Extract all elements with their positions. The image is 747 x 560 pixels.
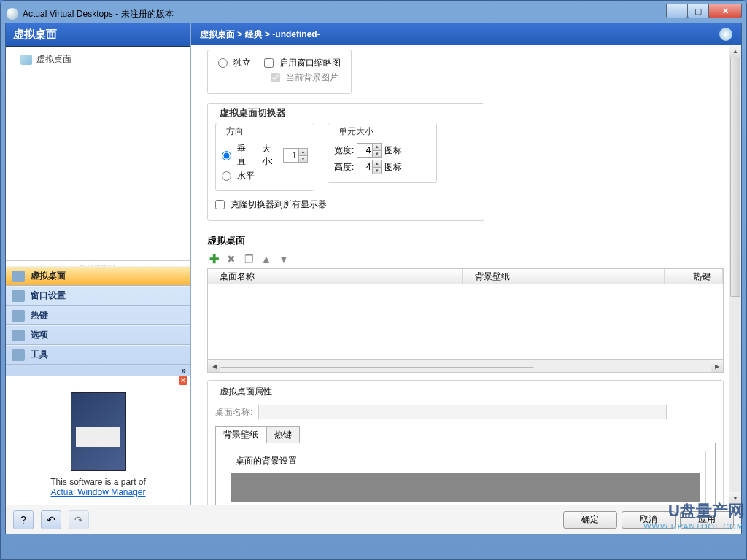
app-icon — [7, 8, 18, 20]
window-title: Actual Virtual Desktops - 未注册的版本 — [23, 8, 174, 20]
desktop-icon — [20, 55, 32, 65]
nav-item-hotkeys[interactable]: 热键 — [6, 306, 190, 325]
chk-enable-thumb[interactable] — [264, 58, 274, 68]
close-button[interactable]: ✕ — [708, 4, 742, 18]
tools-icon — [12, 349, 25, 361]
promo-text: This software is a part of — [6, 477, 190, 487]
bg-preview — [231, 473, 700, 502]
nav-item-options[interactable]: 选项 — [6, 325, 190, 345]
ok-button[interactable]: 确定 — [563, 511, 617, 529]
scroll-up-icon[interactable]: ▲ — [729, 45, 741, 58]
delete-icon[interactable]: ✖ — [225, 252, 238, 265]
move-down-icon[interactable]: ▼ — [277, 252, 290, 265]
radio-vertical[interactable] — [222, 151, 231, 160]
nav-panel: 虚拟桌面 窗口设置 热键 选项 工具 » — [6, 266, 190, 376]
v-scroll-thumb[interactable] — [730, 58, 740, 297]
props-legend: 虚拟桌面属性 — [217, 386, 275, 398]
scroll-down-icon[interactable]: ▼ — [729, 492, 741, 505]
spinner-size[interactable]: ▲▼ — [283, 148, 308, 163]
promo-panel: This software is a part of Actual Window… — [6, 386, 190, 505]
move-up-icon[interactable]: ▲ — [260, 252, 273, 265]
help-icon[interactable]: ? — [13, 510, 34, 529]
radio-horizontal[interactable] — [222, 171, 231, 181]
left-header: 虚拟桌面 — [6, 23, 190, 47]
bg-legend: 桌面的背景设置 — [233, 455, 300, 467]
desktop-icon — [12, 271, 25, 282]
minimize-button[interactable]: — — [666, 4, 688, 18]
titlebar[interactable]: Actual Virtual Desktops - 未注册的版本 — ▢ ✕ — [5, 5, 742, 23]
tree-view[interactable]: 虚拟桌面 — [6, 47, 190, 260]
v-scrollbar[interactable]: ▲ ▼ — [729, 45, 741, 505]
spinner-width[interactable]: ▲▼ — [357, 143, 382, 158]
left-pane: 虚拟桌面 虚拟桌面 …………… 虚拟桌面 窗口设置 热键 选项 工具 » ✕ — [6, 23, 191, 505]
spinner-height[interactable]: ▲▼ — [357, 160, 382, 174]
tree-item-root[interactable]: 虚拟桌面 — [9, 51, 187, 68]
content-area: 独立 启用窗口缩略图 当前背景图片 虚拟桌面切换器 方向 垂直 大小: — [191, 45, 741, 505]
chk-current-bg — [271, 73, 280, 82]
scroll-right-icon[interactable]: ▶ — [711, 360, 723, 372]
col-name[interactable]: 桌面名称 — [208, 269, 463, 284]
splitter-grip[interactable]: …………… — [6, 260, 190, 266]
nav-item-tools[interactable]: 工具 — [6, 345, 190, 365]
bottom-bar: ? ↶ ↷ 确定 取消 应用 — [6, 505, 741, 534]
window-icon — [12, 290, 25, 302]
scroll-thumb[interactable] — [220, 367, 534, 368]
right-pane: 虚拟桌面 > 经典 > -undefined- 独立 启用窗口缩略图 当前背景图… — [191, 23, 741, 505]
switcher-legend: 虚拟桌面切换器 — [217, 106, 289, 120]
nav-item-window-settings[interactable]: 窗口设置 — [6, 286, 190, 306]
h-scrollbar[interactable]: ◀ ▶ — [207, 360, 724, 373]
desks-legend: 虚拟桌面 — [207, 234, 724, 247]
tree-item-label: 虚拟桌面 — [36, 53, 71, 66]
maximize-button[interactable]: ▢ — [687, 4, 709, 18]
col-wallpaper[interactable]: 背景壁纸 — [463, 269, 665, 284]
cancel-button[interactable]: 取消 — [622, 511, 676, 529]
input-desktop-name — [258, 405, 667, 419]
table-header: 桌面名称 背景壁纸 热键 — [207, 268, 724, 284]
options-icon — [12, 330, 25, 341]
tab-hotkey[interactable]: 热键 — [266, 426, 300, 443]
breadcrumb-bar: 虚拟桌面 > 经典 > -undefined- — [191, 23, 741, 45]
promo-link[interactable]: Actual Window Manager — [50, 487, 145, 497]
nav-item-virtual-desktops[interactable]: 虚拟桌面 — [6, 266, 190, 286]
keyboard-icon — [12, 310, 25, 322]
table-body[interactable] — [207, 284, 724, 360]
copy-icon[interactable]: ❐ — [242, 252, 255, 265]
scroll-left-icon[interactable]: ◀ — [208, 360, 220, 372]
breadcrumb: 虚拟桌面 > 经典 > -undefined- — [200, 28, 320, 41]
chk-clone-switcher[interactable] — [215, 200, 225, 209]
radio-independent[interactable] — [218, 58, 228, 68]
apply-button[interactable]: 应用 — [680, 511, 734, 529]
promo-close-icon[interactable]: ✕ — [179, 376, 187, 385]
product-box-image — [71, 392, 126, 471]
add-icon[interactable]: ✚ — [207, 252, 220, 265]
undo-icon[interactable]: ↶ — [41, 510, 61, 529]
tab-wallpaper[interactable]: 背景壁纸 — [215, 426, 266, 443]
redo-icon: ↷ — [69, 510, 89, 529]
collapse-chevron[interactable]: » — [6, 365, 190, 376]
window-frame: Actual Virtual Desktops - 未注册的版本 — ▢ ✕ 虚… — [0, 0, 747, 560]
header-icon — [719, 28, 732, 41]
col-hotkey[interactable]: 热键 — [665, 269, 723, 284]
